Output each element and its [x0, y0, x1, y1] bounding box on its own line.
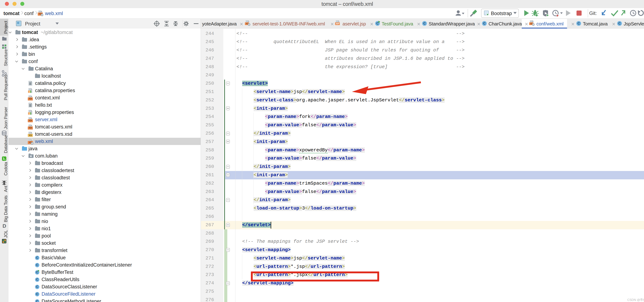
- svg-text:D: D: [2, 223, 6, 229]
